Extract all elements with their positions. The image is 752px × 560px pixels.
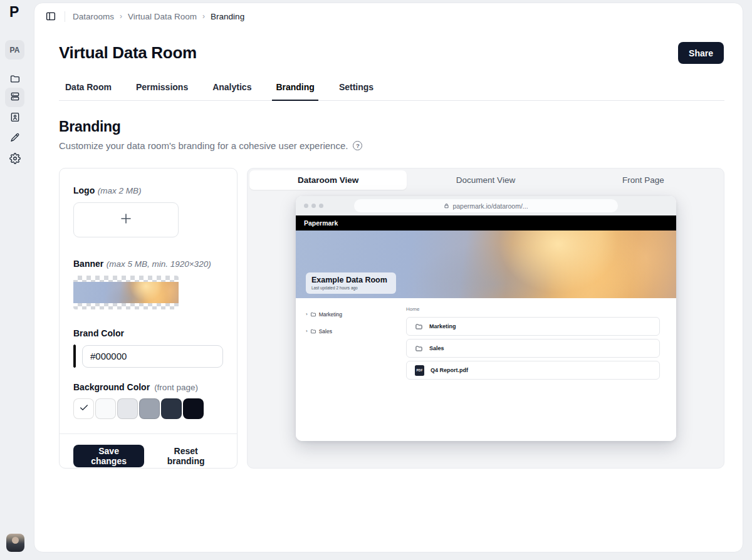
preview-tab-front-page[interactable]: Front Page (565, 170, 722, 190)
sidebar-item-documents[interactable] (5, 70, 24, 90)
folder-icon (9, 73, 21, 87)
sidebar-item-settings[interactable] (5, 150, 24, 169)
bg-swatch-dark-slate[interactable] (161, 398, 182, 419)
breadcrumb-virtual-data-room[interactable]: Virtual Data Room (128, 12, 197, 21)
save-changes-button[interactable]: Save changes (73, 445, 144, 467)
banner-hint: (max 5 MB, min. 1920×320) (107, 259, 211, 269)
sidebar-toggle-icon[interactable] (44, 10, 57, 23)
background-color-label: Background Color (73, 382, 150, 392)
breadcrumb-branding: Branding (211, 12, 244, 21)
traffic-dot (304, 204, 308, 208)
tab-analytics[interactable]: Analytics (206, 78, 258, 100)
plus-icon (118, 211, 133, 229)
share-button[interactable]: Share (678, 42, 724, 64)
tab-settings[interactable]: Settings (333, 78, 380, 100)
room-last-updated: Last updated 2 hours ago (311, 286, 390, 290)
folder-icon (415, 345, 423, 353)
topbar: Datarooms › Virtual Data Room › Branding (44, 10, 244, 23)
workspace-avatar[interactable]: PA (5, 40, 24, 60)
background-color-hint: (front page) (154, 383, 198, 392)
breadcrumb: Datarooms › Virtual Data Room › Branding (73, 12, 244, 21)
bg-swatch-white-selected[interactable] (73, 398, 94, 419)
background-swatch-row (73, 398, 223, 419)
sidebar-item-datarooms[interactable] (5, 88, 24, 107)
breadcrumb-separator: › (202, 12, 205, 21)
tab-permissions[interactable]: Permissions (130, 78, 194, 100)
preview-panel: Dataroom View Document View Front Page p… (247, 168, 724, 469)
home-label: Home (406, 306, 660, 312)
pdf-file-icon: PDF (415, 365, 424, 376)
contact-card-icon (9, 111, 21, 125)
browser-mockup: papermark.io/dataroom/... Papermark Exam… (296, 196, 676, 441)
list-item-sales-folder[interactable]: Sales (406, 339, 660, 358)
site-banner-image: Example Data Room Last updated 2 hours a… (296, 231, 676, 298)
list-item-label: Sales (429, 345, 444, 351)
bg-swatch-gray[interactable] (117, 398, 138, 419)
room-title: Example Data Room (311, 276, 390, 284)
branding-form-panel: Logo (max 2 MB) Banner (max 5 MB, min. 1… (59, 168, 238, 469)
url-bar: papermark.io/dataroom/... (354, 199, 618, 212)
brand-color-swatch[interactable] (73, 345, 76, 368)
tree-item-sales[interactable]: › Sales (306, 326, 406, 337)
banner-label-row: Banner (max 5 MB, min. 1920×320) (73, 258, 223, 269)
list-item-q4-report-pdf[interactable]: PDF Q4 Report.pdf (406, 361, 660, 380)
banner-preview-thumbnail[interactable] (73, 276, 179, 309)
section-title: Branding (59, 118, 121, 135)
sidebar-item-branding[interactable] (5, 129, 24, 148)
chevron-right-icon: › (306, 312, 308, 317)
paintbrush-icon (9, 132, 21, 146)
site-main-list: Home Marketing Sales PDF Q4 Report.pdf (406, 298, 676, 441)
tree-item-label: Marketing (319, 311, 342, 318)
brand-color-label-row: Brand Color (73, 328, 223, 339)
section-subtitle: Customize your data room's branding for … (59, 140, 362, 151)
logo-label: Logo (73, 185, 95, 195)
reset-branding-button[interactable]: Reset branding (149, 445, 223, 467)
site-body: › Marketing › Sales Home Marketing (296, 298, 676, 441)
breadcrumb-separator: › (120, 12, 122, 21)
site-brand-name: Papermark (304, 219, 338, 227)
preview-tab-dataroom-view[interactable]: Dataroom View (249, 170, 407, 190)
banner-image (73, 282, 179, 303)
traffic-dot (319, 204, 323, 208)
list-item-label: Q4 Report.pdf (431, 367, 468, 373)
logo-hint: (max 2 MB) (98, 186, 142, 195)
tab-bar: Data Room Permissions Analytics Branding… (59, 78, 724, 101)
bg-swatch-medium-gray[interactable] (139, 398, 160, 419)
app-logo[interactable]: P (9, 4, 19, 21)
breadcrumb-datarooms[interactable]: Datarooms (73, 12, 114, 21)
user-avatar[interactable] (6, 534, 24, 552)
preview-tab-bar: Dataroom View Document View Front Page (249, 170, 722, 190)
room-title-card: Example Data Room Last updated 2 hours a… (306, 272, 396, 294)
app-rail: P PA (0, 0, 34, 560)
folder-icon (310, 326, 316, 337)
browser-chrome: papermark.io/dataroom/... (296, 196, 676, 215)
folder-icon (310, 309, 316, 320)
topbar-divider (65, 11, 65, 22)
lock-icon (444, 202, 449, 210)
traffic-dot (311, 204, 316, 208)
bg-swatch-black[interactable] (183, 398, 204, 419)
tree-item-marketing[interactable]: › Marketing (306, 309, 406, 320)
site-sidebar-tree: › Marketing › Sales (296, 298, 406, 441)
logo-upload-dropzone[interactable] (73, 202, 179, 237)
section-subtitle-text: Customize your data room's branding for … (59, 140, 348, 151)
list-item-label: Marketing (429, 323, 456, 329)
list-item-marketing-folder[interactable]: Marketing (406, 317, 660, 336)
help-icon[interactable]: ? (353, 141, 362, 150)
chevron-right-icon: › (306, 329, 308, 334)
traffic-light-dots (304, 204, 323, 208)
brand-color-hex-input[interactable] (82, 345, 223, 368)
check-icon (79, 403, 89, 415)
tab-data-room[interactable]: Data Room (59, 78, 118, 100)
form-footer: Save changes Reset branding (60, 433, 237, 467)
sidebar-item-contacts[interactable] (5, 108, 24, 128)
brand-color-row (73, 345, 223, 368)
brand-color-label: Brand Color (73, 328, 124, 338)
preview-tab-document-view[interactable]: Document View (407, 170, 564, 190)
datarooms-icon (9, 91, 21, 105)
tab-branding[interactable]: Branding (269, 78, 320, 100)
folder-icon (415, 323, 423, 331)
bg-swatch-light[interactable] (95, 398, 116, 419)
main-card: Datarooms › Virtual Data Room › Branding… (34, 3, 743, 552)
page-title: Virtual Data Room (59, 43, 197, 63)
